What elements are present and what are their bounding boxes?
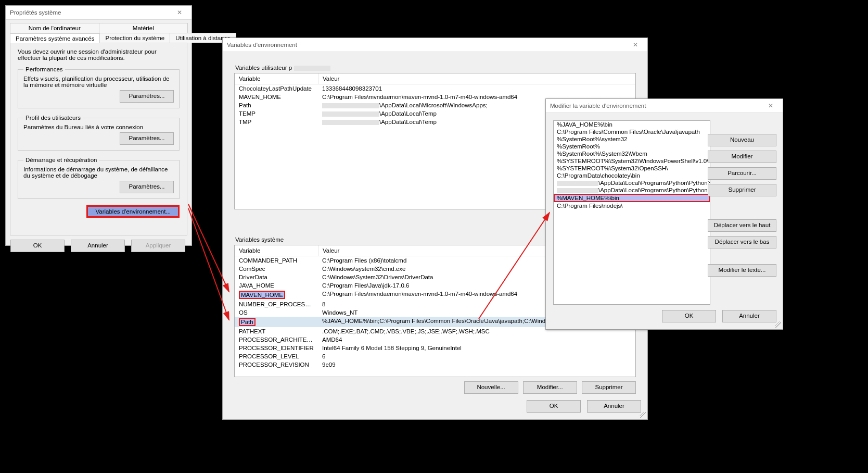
cancel-button[interactable]: Annuler <box>71 240 125 252</box>
list-item[interactable]: C:\Program Files\nodejs\ <box>554 202 710 209</box>
ok-button[interactable]: OK <box>527 400 581 413</box>
col-variable[interactable]: Variable <box>235 73 318 84</box>
list-item[interactable]: C:\Program Files\Common Files\Oracle\Jav… <box>554 128 710 135</box>
path-entries-list[interactable]: %JAVA_HOME%\binC:\Program Files\Common F… <box>553 120 710 305</box>
table-row[interactable]: PROCESSOR_ARCHITECTUREAMD64 <box>235 335 635 344</box>
list-item[interactable]: C:\ProgramData\chocolatey\bin <box>554 172 710 179</box>
list-item[interactable]: %SYSTEMROOT%\System32\WindowsPowerShell\… <box>554 157 710 165</box>
modify-button[interactable]: Modifier <box>708 151 776 163</box>
window-title: Variables d'environnement <box>227 38 297 52</box>
move-up-button[interactable]: Déplacer vers le haut <box>708 219 776 232</box>
profiles-settings-button[interactable]: Paramètres... <box>120 132 174 145</box>
list-item[interactable]: %MAVEN_HOME%\bin <box>554 194 710 202</box>
window-title: Modifier la variable d'environnement <box>550 99 646 113</box>
new-button[interactable]: Nouveau <box>708 134 776 146</box>
profiles-desc: Paramètres du Bureau liés à votre connex… <box>23 124 174 130</box>
close-icon[interactable]: ✕ <box>763 99 778 113</box>
performance-desc: Effets visuels, planification du process… <box>23 76 174 88</box>
sys-modify-button[interactable]: Modifier... <box>523 381 577 394</box>
window-title: Propriétés système <box>10 6 61 19</box>
list-item[interactable]: %JAVA_HOME%\bin <box>554 121 710 128</box>
tab-protection[interactable]: Protection du système <box>99 33 170 43</box>
tab-hardware[interactable]: Matériel <box>99 23 188 33</box>
sys-delete-button[interactable]: Supprimer <box>582 381 636 394</box>
move-down-button[interactable]: Déplacer vers le bas <box>708 236 776 248</box>
table-row[interactable]: ChocolateyLastPathUpdate1333684480983237… <box>235 84 635 93</box>
list-item[interactable]: \AppData\Local\Programs\Python\Python311… <box>554 179 710 186</box>
close-icon[interactable]: ✕ <box>628 38 643 52</box>
apply-button[interactable]: Appliquer <box>131 240 185 252</box>
table-row[interactable]: PROCESSOR_REVISION9e09 <box>235 360 635 369</box>
edit-variable-window: Modifier la variable d'environnement ✕ %… <box>545 98 783 330</box>
cancel-button[interactable]: Annuler <box>587 400 641 413</box>
profiles-legend: Profil des utilisateurs <box>23 115 83 121</box>
profiles-group: Profil des utilisateurs Paramètres du Bu… <box>18 115 180 151</box>
cancel-button[interactable]: Annuler <box>722 310 776 322</box>
resize-grip-icon[interactable] <box>775 321 781 328</box>
startup-legend: Démarrage et récupération <box>23 157 99 163</box>
col-value[interactable]: Valeur <box>318 73 635 84</box>
environment-variables-button[interactable]: Variables d'environnement... <box>86 205 180 218</box>
system-properties-window: Propriétés système ✕ Nom de l'ordinateur… <box>5 5 192 246</box>
list-item[interactable]: \AppData\Local\Programs\Python\Python311… <box>554 186 710 194</box>
close-icon[interactable]: ✕ <box>172 6 187 19</box>
tab-computer-name[interactable]: Nom de l'ordinateur <box>10 23 99 33</box>
ok-button[interactable]: OK <box>10 240 65 252</box>
col-variable[interactable]: Variable <box>235 245 318 256</box>
ok-button[interactable]: OK <box>662 310 716 322</box>
list-item[interactable]: %SystemRoot% <box>554 143 710 150</box>
delete-button[interactable]: Supprimer <box>708 184 776 196</box>
startup-settings-button[interactable]: Paramètres... <box>120 181 174 193</box>
performance-group: Performances Effets visuels, planificati… <box>18 66 180 108</box>
titlebar: Propriétés système ✕ <box>6 6 192 20</box>
performance-settings-button[interactable]: Paramètres... <box>120 90 174 103</box>
browse-button[interactable]: Parcourir... <box>708 167 776 180</box>
sys-new-button[interactable]: Nouvelle... <box>464 381 518 394</box>
table-row[interactable]: PROCESSOR_IDENTIFIERIntel64 Family 6 Mod… <box>235 344 635 352</box>
edit-text-button[interactable]: Modifier le texte... <box>708 264 776 277</box>
resize-grip-icon[interactable] <box>640 412 646 418</box>
tab-advanced[interactable]: Paramètres système avancés <box>10 33 100 43</box>
table-row[interactable]: PROCESSOR_LEVEL6 <box>235 352 635 360</box>
titlebar: Variables d'environnement ✕ <box>223 38 647 52</box>
startup-group: Démarrage et récupération Informations d… <box>18 157 180 199</box>
admin-notice: Vous devez ouvrir une session d'administ… <box>18 48 180 61</box>
performance-legend: Performances <box>23 66 65 72</box>
list-item[interactable]: %SystemRoot%\System32\Wbem <box>554 150 710 157</box>
titlebar: Modifier la variable d'environnement ✕ <box>546 99 783 113</box>
list-item[interactable]: %SYSTEMROOT%\System32\OpenSSH\ <box>554 165 710 172</box>
user-vars-label: Variables utilisateur p <box>235 65 637 71</box>
list-item[interactable]: %SystemRoot%\system32 <box>554 135 710 143</box>
startup-desc: Informations de démarrage du système, de… <box>23 166 174 179</box>
